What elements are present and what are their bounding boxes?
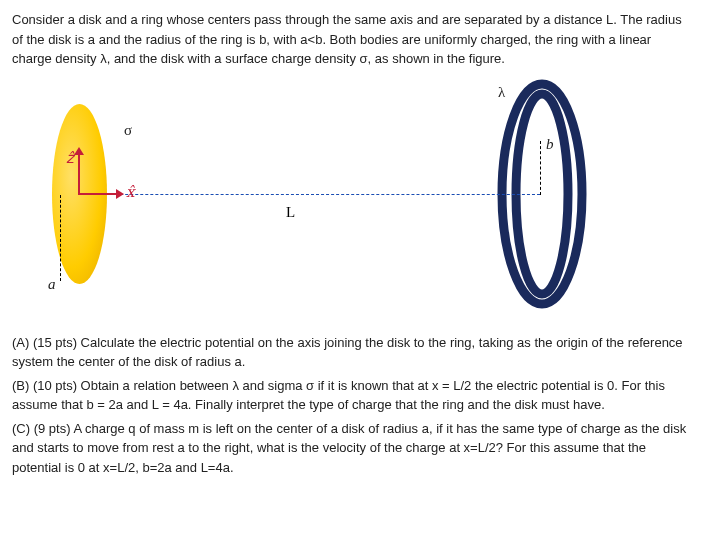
- z-axis-arrow: [74, 147, 84, 155]
- radius-a-line: [60, 195, 61, 281]
- L-label: L: [286, 201, 295, 224]
- question-a: (A) (15 pts) Calculate the electric pote…: [12, 333, 694, 372]
- separation-axis: [80, 194, 540, 195]
- problem-statement: Consider a disk and a ring whose centers…: [12, 10, 694, 69]
- question-b: (B) (10 pts) Obtain a relation between λ…: [12, 376, 694, 415]
- lambda-label: λ: [498, 81, 505, 104]
- question-list: (A) (15 pts) Calculate the electric pote…: [12, 333, 694, 478]
- physics-figure: σ λ ẑ x̂ L a b: [12, 79, 692, 319]
- x-hat-label: x̂: [126, 181, 134, 204]
- z-axis: [78, 151, 80, 195]
- x-axis: [78, 193, 118, 195]
- question-c: (C) (9 pts) A charge q of mass m is left…: [12, 419, 694, 478]
- radius-b-line: [540, 141, 541, 195]
- z-hat-label: ẑ: [66, 147, 74, 170]
- a-label: a: [48, 273, 56, 296]
- sigma-label: σ: [124, 119, 132, 142]
- b-label: b: [546, 133, 554, 156]
- x-axis-arrow: [116, 189, 124, 199]
- intro-text: Consider a disk and a ring whose centers…: [12, 12, 682, 66]
